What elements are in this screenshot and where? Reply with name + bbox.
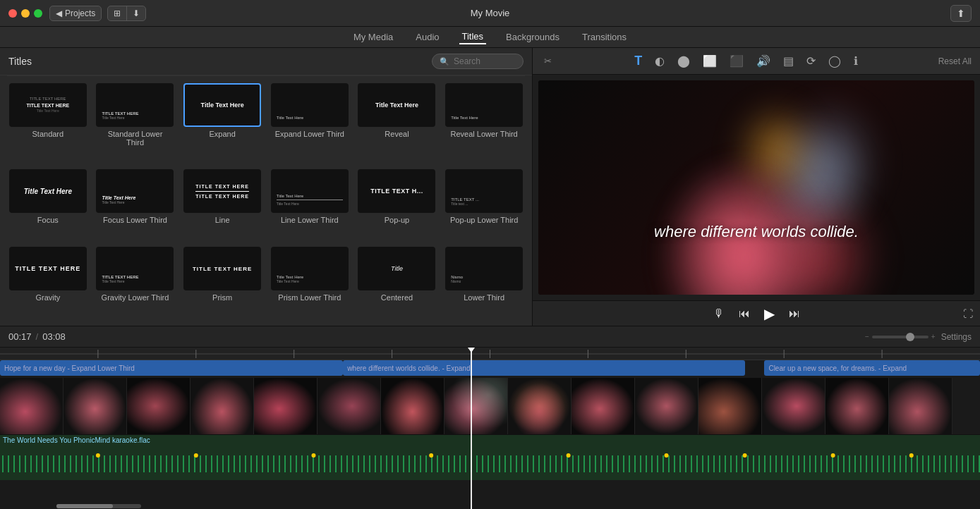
title-clip-1-label: Hope for a new day - Expand Lower Third	[4, 364, 135, 372]
title-item-popup-lower-third[interactable]: TITLE TEXT ... Title text ... Pop-up Low…	[443, 169, 525, 241]
film-frame-4	[190, 378, 254, 434]
stabilize-tool-icon[interactable]: ⬛	[727, 53, 746, 69]
play-button[interactable]: ▶	[764, 305, 775, 322]
title-item-line-lower-third[interactable]: Title Text Here Title Text Here Line Low…	[269, 169, 351, 241]
timecode-area: 00:17 / 03:08	[8, 331, 66, 342]
ruler-svg	[0, 348, 980, 358]
title-item-standard[interactable]: TITLE TEXT HERE TITLE TEXT HERE Title Te…	[7, 83, 89, 164]
title-item-reveal[interactable]: Title Text Here Reveal	[356, 83, 438, 164]
grid-view-icon[interactable]: ⊞	[108, 6, 127, 20]
reset-all-button[interactable]: Reset All	[938, 56, 972, 66]
zoom-minus[interactable]: −	[865, 333, 869, 341]
filter-tool-icon[interactable]: ⬤	[674, 53, 693, 69]
film-frame-15	[889, 378, 952, 434]
ruler-ticks	[0, 348, 980, 358]
svg-point-19	[743, 453, 747, 458]
title-name-expand-lower-third: Expand Lower Third	[275, 130, 344, 138]
info-tool-icon[interactable]: ℹ	[851, 53, 861, 69]
crop-tool-icon[interactable]: ⬜	[700, 53, 720, 69]
search-box[interactable]: 🔍	[432, 54, 524, 69]
skip-back-button[interactable]: ⏮	[739, 307, 750, 320]
share-button[interactable]: ⬆	[950, 5, 972, 22]
film-frame-5	[254, 378, 317, 434]
title-thumb-focus-lower-third[interactable]: Title Text Here Title Text Here	[96, 169, 174, 213]
timecode-separator: /	[36, 331, 39, 342]
fullscreen-button[interactable]: ⛶	[963, 308, 973, 319]
title-thumb-lower-third[interactable]: Nismo Nismo	[445, 247, 523, 290]
zoom-plus[interactable]: +	[931, 333, 936, 341]
title-name-gravity-lower-third: Gravity Lower Third	[102, 293, 169, 302]
zoom-thumb	[906, 333, 914, 341]
title-item-expand-lower-third[interactable]: Title Text Here Expand Lower Third	[269, 83, 351, 164]
close-button[interactable]	[8, 9, 17, 18]
title-thumb-standard[interactable]: TITLE TEXT HERE TITLE TEXT HERE Title Te…	[9, 83, 87, 127]
title-item-gravity[interactable]: TITLE TEXT HERE Gravity	[7, 247, 89, 319]
title-name-popup: Pop-up	[385, 216, 409, 224]
titlebar-right: ⬆	[950, 5, 972, 22]
title-item-prism-lower-third[interactable]: Title Text Here Title Text Here Prism Lo…	[269, 247, 351, 319]
horizontal-scrollbar[interactable]	[56, 504, 141, 508]
title-thumb-line[interactable]: TITLE TEXT HERE TITLE TEXT HERE	[183, 169, 261, 213]
title-thumb-focus[interactable]: Title Text Here	[9, 169, 87, 213]
title-thumb-expand[interactable]: Title Text Here	[183, 83, 261, 127]
title-thumb-gravity[interactable]: TITLE TEXT HERE	[9, 247, 87, 290]
nav-audio[interactable]: Audio	[413, 30, 442, 44]
title-thumb-gravity-lower-third[interactable]: TITLE TEXT HERE Title Text Here	[96, 247, 174, 290]
title-thumb-prism-lower-third[interactable]: Title Text Here Title Text Here	[271, 247, 349, 290]
title-clip-1[interactable]: Hope for a new day - Expand Lower Third	[0, 360, 343, 376]
title-thumb-reveal-lower-third[interactable]: Title Text Here	[445, 83, 523, 127]
video-filmstrip	[0, 378, 980, 434]
title-item-focus-lower-third[interactable]: Title Text Here Title Text Here Focus Lo…	[95, 169, 176, 241]
title-name-focus-lower-third: Focus Lower Third	[103, 216, 167, 224]
rotate-tool-icon[interactable]: ⟳	[804, 53, 818, 69]
nav-backgrounds[interactable]: Backgrounds	[503, 30, 562, 44]
title-item-reveal-lower-third[interactable]: Title Text Here Reveal Lower Third	[443, 83, 525, 164]
text-tool-icon[interactable]: T	[631, 52, 645, 70]
title-item-popup[interactable]: TITLE TEXT H... Pop-up	[356, 169, 438, 241]
list-view-icon[interactable]: ⬇	[127, 6, 145, 20]
minimize-button[interactable]	[21, 9, 30, 18]
title-item-focus[interactable]: Title Text Here Focus	[7, 169, 89, 241]
title-item-prism[interactable]: TITLE TEXT HERE Prism	[181, 247, 263, 319]
svg-point-14	[194, 453, 198, 458]
settings-button[interactable]: Settings	[941, 332, 972, 342]
title-item-expand[interactable]: Title Text Here Expand	[181, 83, 263, 164]
nav-titles[interactable]: Titles	[459, 30, 487, 44]
film-frame-1	[0, 378, 63, 434]
title-item-centered[interactable]: Title Centered	[356, 247, 438, 319]
timeline-header: 00:17 / 03:08 − + Settings	[0, 326, 980, 348]
title-item-line[interactable]: TITLE TEXT HERE TITLE TEXT HERE Line	[181, 169, 263, 241]
fullscreen-button[interactable]	[34, 9, 42, 18]
title-thumb-line-lower-third[interactable]: Title Text Here Title Text Here	[271, 169, 349, 213]
preview-subtitle: where different worlds collide.	[654, 223, 859, 241]
microphone-button[interactable]: 🎙	[713, 307, 725, 320]
total-timecode: 03:08	[42, 331, 66, 342]
title-thumb-expand-lower-third[interactable]: Title Text Here	[271, 83, 349, 127]
zoom-slider[interactable]	[872, 336, 928, 338]
title-item-standard-lower-third[interactable]: TITLE TEXT HERE Title Text Here Standard…	[95, 83, 176, 164]
title-clip-3[interactable]: Clear up a new space, for dreams. - Expa…	[764, 360, 980, 376]
title-thumb-prism[interactable]: TITLE TEXT HERE	[183, 247, 261, 290]
nav-my-media[interactable]: My Media	[351, 30, 396, 44]
view-toggle[interactable]: ⊞ ⬇	[107, 6, 146, 21]
nav-transitions[interactable]: Transitions	[579, 30, 629, 44]
timeline-tracks: Hope for a new day - Expand Lower Third …	[0, 348, 980, 509]
title-thumb-reveal[interactable]: Title Text Here	[358, 83, 435, 127]
title-item-lower-third[interactable]: Nismo Nismo Lower Third	[443, 247, 525, 319]
skip-forward-button[interactable]: ⏭	[789, 307, 800, 320]
search-input[interactable]	[454, 56, 517, 66]
film-frame-8	[444, 378, 508, 434]
title-thumb-standard-lower-third[interactable]: TITLE TEXT HERE Title Text Here	[96, 83, 174, 127]
audio-tool-icon[interactable]: 🔊	[754, 53, 773, 69]
back-to-projects-button[interactable]: ◀ My Movie Projects	[49, 6, 102, 21]
noise-tool-icon[interactable]: ◯	[825, 53, 844, 69]
title-clip-2[interactable]: where different worlds collide. - Expand	[343, 360, 744, 376]
title-thumb-popup[interactable]: TITLE TEXT H...	[358, 169, 435, 213]
title-item-gravity-lower-third[interactable]: TITLE TEXT HERE Title Text Here Gravity …	[95, 247, 176, 319]
color-tool-icon[interactable]: ◐	[652, 53, 667, 69]
title-thumb-popup-lower-third[interactable]: TITLE TEXT ... Title text ...	[445, 169, 523, 213]
speed-tool-icon[interactable]: ▤	[780, 53, 797, 69]
title-thumb-centered[interactable]: Title	[358, 247, 435, 290]
title-name-centered: Centered	[381, 293, 413, 302]
svg-point-16	[429, 453, 433, 458]
